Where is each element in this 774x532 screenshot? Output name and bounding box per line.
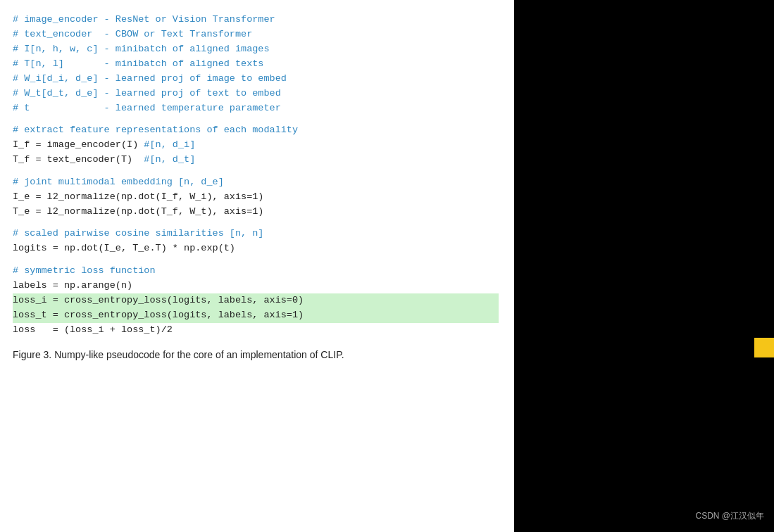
code-line: # I[n, h, w, c] - minibatch of aligned i… — [13, 42, 499, 57]
code-line — [13, 256, 499, 264]
figure-caption-text: Numpy-like pseudocode for the core of an… — [51, 349, 344, 360]
code-line: # t - learned temperature parameter — [13, 101, 499, 116]
code-line — [13, 115, 499, 123]
code-line: # scaled pairwise cosine similarities [n… — [13, 227, 499, 241]
code-line: T_e = l2_normalize(np.dot(T_f, W_t), axi… — [13, 205, 499, 220]
csdn-watermark: CSDN @江汉似年 — [695, 510, 764, 522]
code-line: loss = (loss_i + loss_t)/2 — [13, 323, 499, 338]
code-line: labels = np.arange(n) — [13, 279, 499, 293]
code-line: I_f = image_encoder(I) #[n, d_i] — [13, 138, 499, 153]
right-panel: CSDN @江汉似年 — [514, 0, 774, 532]
code-line: T_f = text_encoder(T) #[n, d_t] — [13, 153, 499, 167]
code-line: loss_i = cross_entropy_loss(logits, labe… — [13, 293, 499, 308]
code-line: # extract feature representations of eac… — [13, 123, 499, 138]
code-line: # symmetric loss function — [13, 264, 499, 279]
code-line: loss_t = cross_entropy_loss(logits, labe… — [13, 308, 499, 323]
code-line — [13, 167, 499, 175]
code-line: # text_encoder - CBOW or Text Transforme… — [13, 27, 499, 42]
code-line: logits = np.dot(I_e, T_e.T) * np.exp(t) — [13, 241, 499, 256]
figure-caption: Figure 3. Numpy-like pseudocode for the … — [13, 348, 499, 362]
main-content: # image_encoder - ResNet or Vision Trans… — [0, 0, 514, 532]
code-line: # image_encoder - ResNet or Vision Trans… — [13, 13, 499, 27]
yellow-square — [754, 338, 774, 357]
code-block: # image_encoder - ResNet or Vision Trans… — [13, 13, 499, 338]
code-line — [13, 220, 499, 227]
code-line: # W_t[d_t, d_e] - learned proj of text t… — [13, 87, 499, 101]
code-line: # joint multimodal embedding [n, d_e] — [13, 175, 499, 190]
code-line: # T[n, l] - minibatch of aligned texts — [13, 57, 499, 72]
code-line: I_e = l2_normalize(np.dot(I_f, W_i), axi… — [13, 190, 499, 205]
figure-caption-italic: Figure 3. — [13, 349, 51, 360]
code-line: # W_i[d_i, d_e] - learned proj of image … — [13, 72, 499, 87]
